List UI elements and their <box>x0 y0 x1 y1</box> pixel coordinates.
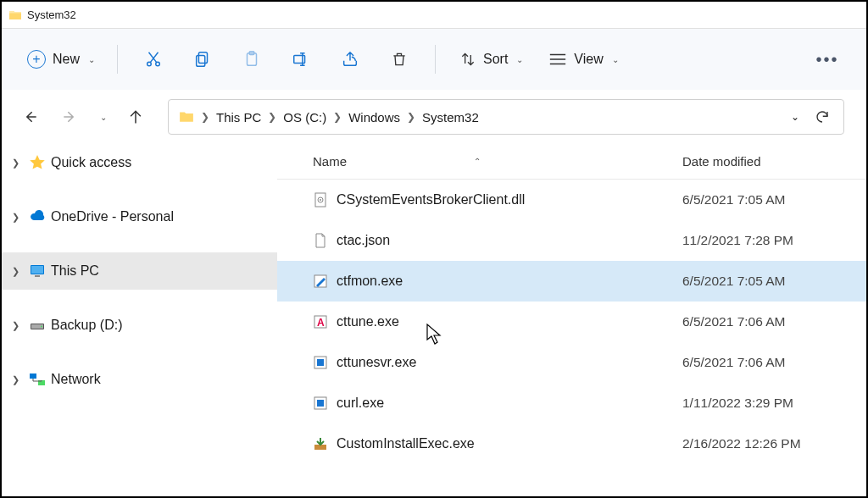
rename-button[interactable] <box>279 41 323 78</box>
file-date: 6/5/2021 7:06 AM <box>672 355 866 370</box>
chevron-right-icon: ❯ <box>12 374 24 385</box>
address-bar[interactable]: ❯ This PC ❯ OS (C:) ❯ Windows ❯ System32… <box>168 99 844 135</box>
table-row[interactable]: Acttune.exe6/5/2021 7:06 AM <box>277 302 866 342</box>
svg-text:A: A <box>317 317 325 329</box>
sidebar-item-network[interactable]: ❯ Network <box>2 361 277 398</box>
sidebar-item-label: Network <box>51 372 101 387</box>
table-row[interactable]: ctfmon.exe6/5/2021 7:05 AM <box>277 261 866 302</box>
svg-rect-22 <box>317 359 324 366</box>
svg-point-1 <box>156 62 160 66</box>
file-date: 6/5/2021 7:05 AM <box>672 274 866 289</box>
new-button[interactable]: + New ⌄ <box>19 45 103 74</box>
table-row[interactable]: cttunesvr.exe6/5/2021 7:06 AM <box>277 342 866 383</box>
file-date: 11/2/2021 7:28 PM <box>672 233 866 248</box>
svg-rect-24 <box>317 400 324 407</box>
file-list: Name ⌃ Date modified CSystemEventsBroker… <box>277 144 866 496</box>
sidebar-item-onedrive[interactable]: ❯ OneDrive - Personal <box>2 198 277 235</box>
file-name: CustomInstallExec.exe <box>337 436 475 451</box>
addr-dropdown-button[interactable]: ⌄ <box>791 111 799 123</box>
sort-indicator-icon: ⌃ <box>474 157 481 166</box>
sidebar-item-label: Quick access <box>51 155 131 170</box>
crumb-this-pc[interactable]: This PC <box>211 107 266 128</box>
file-name: CSystemEventsBrokerClient.dll <box>337 192 525 208</box>
refresh-button[interactable] <box>815 109 830 125</box>
folder-icon <box>8 8 22 22</box>
forward-button[interactable] <box>53 100 86 134</box>
drive-icon <box>29 317 46 334</box>
cut-button[interactable] <box>131 41 175 78</box>
folder-icon <box>179 109 194 125</box>
chevron-right-icon: ❯ <box>405 111 417 123</box>
file-icon <box>313 436 328 451</box>
navbar: ⌄ ❯ This PC ❯ OS (C:) ❯ Windows ❯ System… <box>2 90 866 144</box>
chevron-right-icon: ❯ <box>12 266 24 277</box>
back-button[interactable] <box>14 100 47 134</box>
monitor-icon <box>29 263 46 279</box>
svg-point-17 <box>320 199 321 201</box>
file-icon <box>313 192 328 208</box>
svg-rect-3 <box>197 55 205 66</box>
column-headers: Name ⌃ Date modified <box>277 144 866 180</box>
svg-rect-8 <box>31 266 43 274</box>
window-title: System32 <box>27 8 76 21</box>
file-icon <box>313 274 328 289</box>
svg-rect-2 <box>198 53 207 64</box>
recent-button[interactable]: ⌄ <box>92 100 114 134</box>
file-name: cttunesvr.exe <box>337 355 416 370</box>
file-name: ctfmon.exe <box>337 274 403 289</box>
chevron-down-icon: ⌄ <box>612 55 619 64</box>
chevron-down-icon: ⌄ <box>100 113 107 122</box>
svg-rect-13 <box>30 374 36 379</box>
crumb-windows[interactable]: Windows <box>343 107 405 128</box>
file-icon <box>313 355 328 370</box>
separator <box>117 45 118 74</box>
svg-point-12 <box>41 326 42 328</box>
table-row[interactable]: CustomInstallExec.exe2/16/2022 12:26 PM <box>277 423 866 464</box>
chevron-down-icon: ⌄ <box>88 55 95 64</box>
column-date-modified[interactable]: Date modified <box>672 154 866 169</box>
sidebar-item-label: This PC <box>51 263 99 279</box>
file-icon <box>313 396 328 411</box>
crumb-system32[interactable]: System32 <box>417 107 484 128</box>
sidebar: ❯ Quick access ❯ OneDrive - Personal ❯ T… <box>2 144 277 496</box>
titlebar: System32 <box>2 2 866 29</box>
up-button[interactable] <box>119 100 153 134</box>
crumb-os-c[interactable]: OS (C:) <box>278 107 331 128</box>
toolbar: + New ⌄ Sort ⌄ View ⌄ ••• <box>2 29 866 90</box>
chevron-right-icon: ❯ <box>266 111 278 123</box>
star-icon <box>29 154 46 171</box>
cloud-icon <box>29 208 46 225</box>
file-date: 2/16/2022 12:26 PM <box>672 436 866 451</box>
chevron-right-icon: ❯ <box>12 158 24 169</box>
column-name[interactable]: Name ⌃ <box>277 154 672 169</box>
content: ❯ Quick access ❯ OneDrive - Personal ❯ T… <box>2 144 866 496</box>
sidebar-item-quick-access[interactable]: ❯ Quick access <box>2 144 277 181</box>
chevron-right-icon: ❯ <box>12 212 24 223</box>
file-name: ctac.json <box>337 233 390 248</box>
file-name: curl.exe <box>337 396 384 411</box>
file-name: cttune.exe <box>337 314 399 329</box>
table-row[interactable]: ctac.json11/2/2021 7:28 PM <box>277 220 866 261</box>
separator <box>435 45 436 74</box>
svg-rect-9 <box>35 275 40 277</box>
sidebar-item-backup[interactable]: ❯ Backup (D:) <box>2 307 277 344</box>
file-date: 6/5/2021 7:06 AM <box>672 314 866 329</box>
table-row[interactable]: curl.exe1/11/2022 3:29 PM <box>277 383 866 423</box>
share-button[interactable] <box>328 41 372 78</box>
view-button[interactable]: View ⌄ <box>538 47 628 72</box>
file-icon <box>313 233 328 248</box>
table-row[interactable]: CSystemEventsBrokerClient.dll6/5/2021 7:… <box>277 180 866 220</box>
more-button[interactable]: ••• <box>805 41 849 78</box>
copy-button[interactable] <box>181 41 225 78</box>
chevron-right-icon: ❯ <box>12 320 24 331</box>
chevron-down-icon: ⌄ <box>516 55 523 64</box>
svg-rect-6 <box>294 55 305 63</box>
sort-button[interactable]: Sort ⌄ <box>449 46 533 73</box>
delete-button[interactable] <box>377 41 421 78</box>
paste-button[interactable] <box>230 41 274 78</box>
network-icon <box>29 371 46 388</box>
file-date: 1/11/2022 3:29 PM <box>672 396 866 411</box>
sidebar-item-this-pc[interactable]: ❯ This PC <box>2 252 277 290</box>
sidebar-item-label: OneDrive - Personal <box>51 209 174 224</box>
chevron-right-icon: ❯ <box>199 111 211 123</box>
